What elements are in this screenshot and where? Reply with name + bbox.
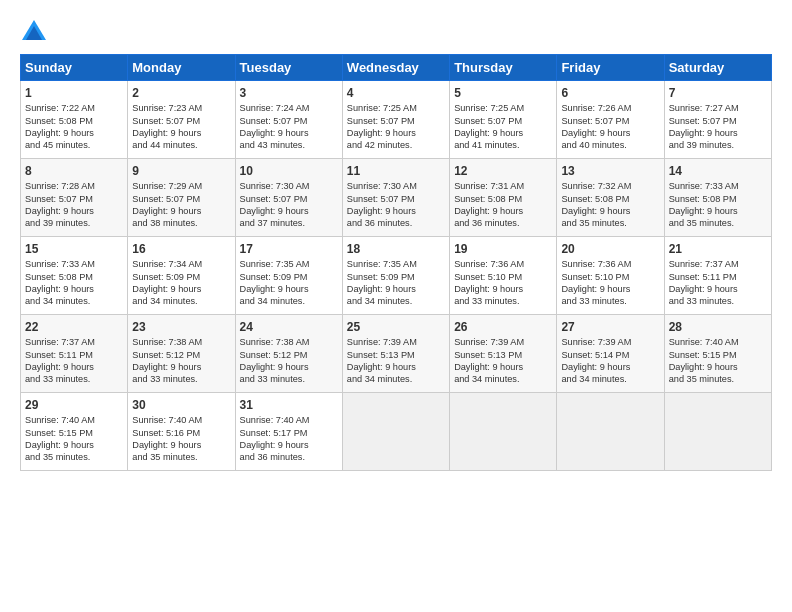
day-number: 15 <box>25 241 123 257</box>
day-number: 20 <box>561 241 659 257</box>
day-number: 13 <box>561 163 659 179</box>
day-info: Sunrise: 7:25 AM Sunset: 5:07 PM Dayligh… <box>347 102 445 152</box>
page: SundayMondayTuesdayWednesdayThursdayFrid… <box>0 0 792 481</box>
calendar-header-saturday: Saturday <box>664 55 771 81</box>
calendar-cell: 5Sunrise: 7:25 AM Sunset: 5:07 PM Daylig… <box>450 81 557 159</box>
day-info: Sunrise: 7:23 AM Sunset: 5:07 PM Dayligh… <box>132 102 230 152</box>
calendar-cell: 10Sunrise: 7:30 AM Sunset: 5:07 PM Dayli… <box>235 159 342 237</box>
day-info: Sunrise: 7:30 AM Sunset: 5:07 PM Dayligh… <box>347 180 445 230</box>
calendar-cell: 7Sunrise: 7:27 AM Sunset: 5:07 PM Daylig… <box>664 81 771 159</box>
day-number: 26 <box>454 319 552 335</box>
day-number: 16 <box>132 241 230 257</box>
day-number: 28 <box>669 319 767 335</box>
calendar-cell <box>664 393 771 471</box>
calendar: SundayMondayTuesdayWednesdayThursdayFrid… <box>20 54 772 471</box>
day-number: 3 <box>240 85 338 101</box>
day-info: Sunrise: 7:22 AM Sunset: 5:08 PM Dayligh… <box>25 102 123 152</box>
day-info: Sunrise: 7:35 AM Sunset: 5:09 PM Dayligh… <box>347 258 445 308</box>
calendar-cell <box>450 393 557 471</box>
calendar-cell: 11Sunrise: 7:30 AM Sunset: 5:07 PM Dayli… <box>342 159 449 237</box>
calendar-header-sunday: Sunday <box>21 55 128 81</box>
calendar-cell: 27Sunrise: 7:39 AM Sunset: 5:14 PM Dayli… <box>557 315 664 393</box>
calendar-cell: 4Sunrise: 7:25 AM Sunset: 5:07 PM Daylig… <box>342 81 449 159</box>
day-info: Sunrise: 7:39 AM Sunset: 5:14 PM Dayligh… <box>561 336 659 386</box>
calendar-cell: 20Sunrise: 7:36 AM Sunset: 5:10 PM Dayli… <box>557 237 664 315</box>
header <box>20 18 772 46</box>
day-number: 31 <box>240 397 338 413</box>
day-info: Sunrise: 7:39 AM Sunset: 5:13 PM Dayligh… <box>347 336 445 386</box>
day-number: 7 <box>669 85 767 101</box>
calendar-cell: 15Sunrise: 7:33 AM Sunset: 5:08 PM Dayli… <box>21 237 128 315</box>
day-number: 27 <box>561 319 659 335</box>
calendar-cell: 30Sunrise: 7:40 AM Sunset: 5:16 PM Dayli… <box>128 393 235 471</box>
day-number: 23 <box>132 319 230 335</box>
day-number: 10 <box>240 163 338 179</box>
day-info: Sunrise: 7:33 AM Sunset: 5:08 PM Dayligh… <box>669 180 767 230</box>
calendar-cell: 24Sunrise: 7:38 AM Sunset: 5:12 PM Dayli… <box>235 315 342 393</box>
calendar-header-tuesday: Tuesday <box>235 55 342 81</box>
calendar-cell: 29Sunrise: 7:40 AM Sunset: 5:15 PM Dayli… <box>21 393 128 471</box>
calendar-cell: 8Sunrise: 7:28 AM Sunset: 5:07 PM Daylig… <box>21 159 128 237</box>
calendar-cell: 13Sunrise: 7:32 AM Sunset: 5:08 PM Dayli… <box>557 159 664 237</box>
calendar-cell: 2Sunrise: 7:23 AM Sunset: 5:07 PM Daylig… <box>128 81 235 159</box>
day-number: 11 <box>347 163 445 179</box>
day-info: Sunrise: 7:36 AM Sunset: 5:10 PM Dayligh… <box>561 258 659 308</box>
calendar-cell: 14Sunrise: 7:33 AM Sunset: 5:08 PM Dayli… <box>664 159 771 237</box>
calendar-cell: 3Sunrise: 7:24 AM Sunset: 5:07 PM Daylig… <box>235 81 342 159</box>
day-info: Sunrise: 7:31 AM Sunset: 5:08 PM Dayligh… <box>454 180 552 230</box>
calendar-header-monday: Monday <box>128 55 235 81</box>
logo <box>20 18 52 46</box>
day-info: Sunrise: 7:36 AM Sunset: 5:10 PM Dayligh… <box>454 258 552 308</box>
day-info: Sunrise: 7:35 AM Sunset: 5:09 PM Dayligh… <box>240 258 338 308</box>
calendar-cell: 16Sunrise: 7:34 AM Sunset: 5:09 PM Dayli… <box>128 237 235 315</box>
day-info: Sunrise: 7:30 AM Sunset: 5:07 PM Dayligh… <box>240 180 338 230</box>
day-info: Sunrise: 7:32 AM Sunset: 5:08 PM Dayligh… <box>561 180 659 230</box>
day-number: 25 <box>347 319 445 335</box>
day-number: 5 <box>454 85 552 101</box>
calendar-cell: 9Sunrise: 7:29 AM Sunset: 5:07 PM Daylig… <box>128 159 235 237</box>
day-info: Sunrise: 7:38 AM Sunset: 5:12 PM Dayligh… <box>132 336 230 386</box>
calendar-cell: 28Sunrise: 7:40 AM Sunset: 5:15 PM Dayli… <box>664 315 771 393</box>
day-info: Sunrise: 7:40 AM Sunset: 5:15 PM Dayligh… <box>669 336 767 386</box>
calendar-cell: 31Sunrise: 7:40 AM Sunset: 5:17 PM Dayli… <box>235 393 342 471</box>
day-info: Sunrise: 7:34 AM Sunset: 5:09 PM Dayligh… <box>132 258 230 308</box>
calendar-cell: 1Sunrise: 7:22 AM Sunset: 5:08 PM Daylig… <box>21 81 128 159</box>
day-number: 6 <box>561 85 659 101</box>
day-info: Sunrise: 7:40 AM Sunset: 5:16 PM Dayligh… <box>132 414 230 464</box>
day-info: Sunrise: 7:29 AM Sunset: 5:07 PM Dayligh… <box>132 180 230 230</box>
calendar-week-1: 8Sunrise: 7:28 AM Sunset: 5:07 PM Daylig… <box>21 159 772 237</box>
day-number: 29 <box>25 397 123 413</box>
day-number: 24 <box>240 319 338 335</box>
day-info: Sunrise: 7:39 AM Sunset: 5:13 PM Dayligh… <box>454 336 552 386</box>
day-number: 19 <box>454 241 552 257</box>
day-number: 21 <box>669 241 767 257</box>
calendar-cell: 22Sunrise: 7:37 AM Sunset: 5:11 PM Dayli… <box>21 315 128 393</box>
calendar-week-3: 22Sunrise: 7:37 AM Sunset: 5:11 PM Dayli… <box>21 315 772 393</box>
calendar-cell: 23Sunrise: 7:38 AM Sunset: 5:12 PM Dayli… <box>128 315 235 393</box>
day-number: 22 <box>25 319 123 335</box>
calendar-cell: 21Sunrise: 7:37 AM Sunset: 5:11 PM Dayli… <box>664 237 771 315</box>
day-info: Sunrise: 7:40 AM Sunset: 5:15 PM Dayligh… <box>25 414 123 464</box>
calendar-cell: 18Sunrise: 7:35 AM Sunset: 5:09 PM Dayli… <box>342 237 449 315</box>
day-number: 14 <box>669 163 767 179</box>
calendar-week-2: 15Sunrise: 7:33 AM Sunset: 5:08 PM Dayli… <box>21 237 772 315</box>
day-info: Sunrise: 7:24 AM Sunset: 5:07 PM Dayligh… <box>240 102 338 152</box>
calendar-header-thursday: Thursday <box>450 55 557 81</box>
calendar-cell: 26Sunrise: 7:39 AM Sunset: 5:13 PM Dayli… <box>450 315 557 393</box>
day-number: 12 <box>454 163 552 179</box>
day-number: 30 <box>132 397 230 413</box>
day-info: Sunrise: 7:26 AM Sunset: 5:07 PM Dayligh… <box>561 102 659 152</box>
calendar-cell: 19Sunrise: 7:36 AM Sunset: 5:10 PM Dayli… <box>450 237 557 315</box>
day-number: 4 <box>347 85 445 101</box>
calendar-cell: 25Sunrise: 7:39 AM Sunset: 5:13 PM Dayli… <box>342 315 449 393</box>
calendar-cell <box>557 393 664 471</box>
calendar-week-4: 29Sunrise: 7:40 AM Sunset: 5:15 PM Dayli… <box>21 393 772 471</box>
day-number: 2 <box>132 85 230 101</box>
day-number: 9 <box>132 163 230 179</box>
calendar-week-0: 1Sunrise: 7:22 AM Sunset: 5:08 PM Daylig… <box>21 81 772 159</box>
calendar-cell: 6Sunrise: 7:26 AM Sunset: 5:07 PM Daylig… <box>557 81 664 159</box>
day-info: Sunrise: 7:27 AM Sunset: 5:07 PM Dayligh… <box>669 102 767 152</box>
calendar-cell: 17Sunrise: 7:35 AM Sunset: 5:09 PM Dayli… <box>235 237 342 315</box>
logo-icon <box>20 18 48 46</box>
day-info: Sunrise: 7:25 AM Sunset: 5:07 PM Dayligh… <box>454 102 552 152</box>
